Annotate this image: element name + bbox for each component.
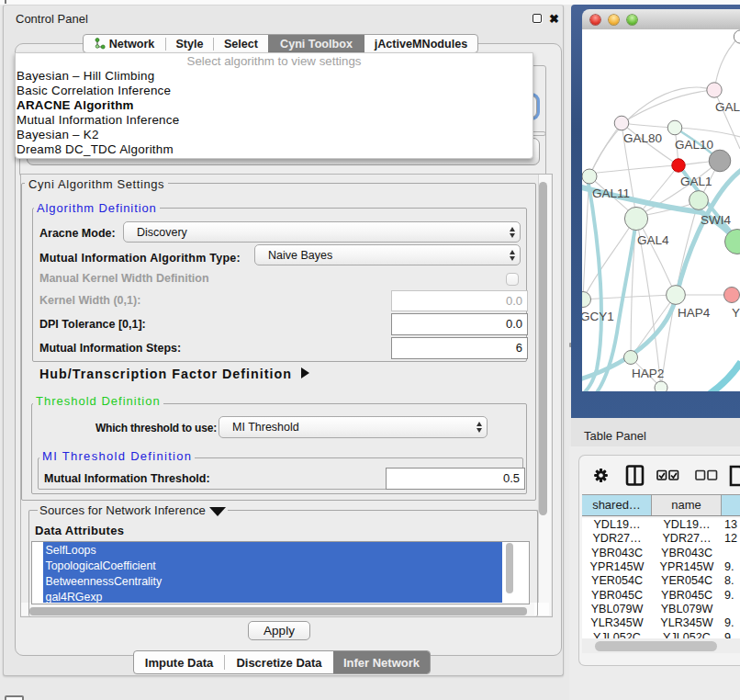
svg-text:GAL11: GAL11 (592, 186, 630, 200)
svg-text:SWI4: SWI4 (701, 213, 731, 227)
svg-text:GAL80: GAL80 (623, 131, 662, 145)
svg-text:Y: Y (732, 306, 740, 320)
svg-text:HAP4: HAP4 (678, 306, 711, 320)
svg-text:HAP2: HAP2 (632, 367, 664, 380)
svg-text:GAL10: GAL10 (675, 138, 713, 152)
svg-text:GAL4: GAL4 (637, 233, 669, 247)
svg-text:GAL1: GAL1 (680, 175, 712, 188)
svg-text:GAL7: GAL7 (715, 100, 740, 114)
svg-text:GCY1: GCY1 (582, 310, 614, 323)
